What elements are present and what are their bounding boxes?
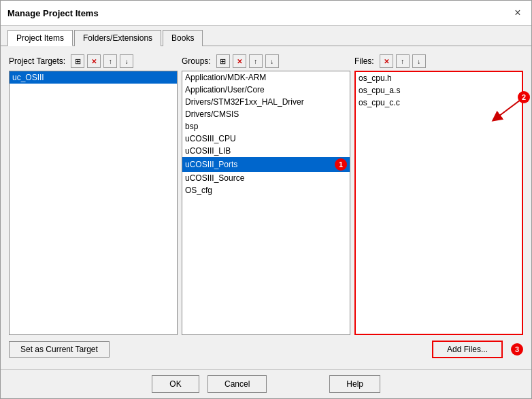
files-up-btn[interactable]: ↑ <box>396 54 410 68</box>
list-item[interactable]: bsp <box>182 120 350 133</box>
tab-books[interactable]: Books <box>163 30 203 46</box>
dialog-title: Manage Project Items <box>7 8 99 18</box>
tabs-bar: Project Items Folders/Extensions Books <box>1 26 531 46</box>
set-as-current-target-button[interactable]: Set as Current Target <box>9 341 110 358</box>
files-panel: Files: ✕ ↑ ↓ os_cpu.h os_cpu_a.s <box>354 54 523 335</box>
delete-file-icon: ✕ <box>384 58 389 65</box>
annotation-badge-3: 3 <box>511 343 523 355</box>
delete-target-icon: ✕ <box>91 58 97 65</box>
groups-header: Groups: ⊞ ✕ ↑ ↓ <box>182 54 350 68</box>
down-file-icon: ↓ <box>417 58 420 65</box>
tab-folders-extensions[interactable]: Folders/Extensions <box>74 30 161 46</box>
files-label: Files: <box>354 56 374 66</box>
down-group-icon: ↓ <box>270 58 273 65</box>
help-button[interactable]: Help <box>329 375 380 393</box>
list-item[interactable]: os_cpu_c.c <box>356 97 522 109</box>
files-header: Files: ✕ ↑ ↓ <box>354 54 523 68</box>
project-targets-list[interactable]: uc_OSIII <box>9 71 178 335</box>
project-targets-new-btn[interactable]: ⊞ <box>71 54 84 68</box>
list-item[interactable]: Application/MDK-ARM <box>182 71 350 84</box>
manage-project-items-dialog: Manage Project Items × Project Items Fol… <box>0 0 532 399</box>
list-item[interactable]: Drivers/CMSIS <box>182 108 350 120</box>
delete-group-icon: ✕ <box>237 58 242 65</box>
project-targets-header: Project Targets: ⊞ ✕ ↑ ↓ <box>9 54 178 68</box>
dialog-footer: OK Cancel Help <box>1 369 531 398</box>
project-targets-panel: Project Targets: ⊞ ✕ ↑ ↓ uc_OSIII <box>9 54 178 335</box>
project-targets-delete-btn[interactable]: ✕ <box>87 54 101 68</box>
project-targets-down-btn[interactable]: ↓ <box>120 54 133 68</box>
add-files-button[interactable]: Add Files... <box>432 341 503 358</box>
groups-list[interactable]: Application/MDK-ARM Application/User/Cor… <box>182 71 350 335</box>
files-delete-btn[interactable]: ✕ <box>380 54 393 68</box>
project-targets-up-btn[interactable]: ↑ <box>103 54 117 68</box>
list-item[interactable]: uCOSIII_LIB <box>182 145 350 157</box>
dialog-body: Project Targets: ⊞ ✕ ↑ ↓ uc_OSIII <box>1 46 531 369</box>
list-item[interactable]: OS_cfg <box>182 184 350 196</box>
groups-up-btn[interactable]: ↑ <box>249 54 263 68</box>
groups-new-btn[interactable]: ⊞ <box>216 54 230 68</box>
list-item-selected[interactable]: uCOSIII_Ports 1 <box>182 157 350 172</box>
list-item[interactable]: uCOSIII_Source <box>182 172 350 184</box>
groups-delete-btn[interactable]: ✕ <box>233 54 246 68</box>
bottom-row: Set as Current Target Add Files... 3 <box>9 341 523 361</box>
close-button[interactable]: × <box>511 6 525 20</box>
up-file-icon: ↑ <box>401 58 404 65</box>
cancel-button[interactable]: Cancel <box>207 375 267 393</box>
list-item[interactable]: uCOSIII_CPU <box>182 133 350 145</box>
files-down-btn[interactable]: ↓ <box>412 54 426 68</box>
tab-project-items[interactable]: Project Items <box>7 30 73 46</box>
new-target-icon: ⊞ <box>75 57 81 66</box>
list-item[interactable]: uc_OSIII <box>10 71 177 84</box>
list-item[interactable]: Application/User/Core <box>182 84 350 96</box>
ok-button[interactable]: OK <box>152 375 199 393</box>
new-group-icon: ⊞ <box>220 57 226 66</box>
panels-row: Project Targets: ⊞ ✕ ↑ ↓ uc_OSIII <box>9 54 523 335</box>
annotation-badge-1: 1 <box>335 158 347 171</box>
list-item[interactable]: Drivers/STM32F1xx_HAL_Driver <box>182 96 350 108</box>
project-targets-label: Project Targets: <box>9 56 65 66</box>
up-group-icon: ↑ <box>254 58 257 65</box>
groups-panel: Groups: ⊞ ✕ ↑ ↓ Application/MDK-ARM <box>182 54 350 335</box>
list-item[interactable]: os_cpu.h <box>356 72 522 84</box>
down-target-icon: ↓ <box>125 58 129 65</box>
up-target-icon: ↑ <box>109 58 112 65</box>
title-bar: Manage Project Items × <box>1 1 531 26</box>
files-list[interactable]: os_cpu.h os_cpu_a.s os_cpu_c.c <box>354 71 523 335</box>
groups-down-btn[interactable]: ↓ <box>265 54 279 68</box>
groups-label: Groups: <box>182 56 211 66</box>
list-item[interactable]: os_cpu_a.s <box>356 84 522 97</box>
